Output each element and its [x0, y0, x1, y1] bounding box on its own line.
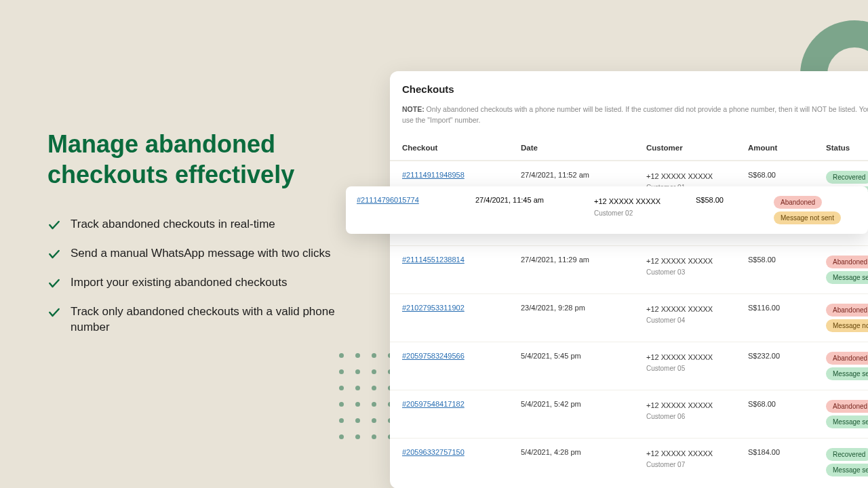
checkout-id-link[interactable]: #21114911948958: [402, 171, 465, 179]
col-checkout: Checkout: [402, 144, 521, 152]
checkout-id-link[interactable]: #21027953311902: [402, 304, 465, 312]
row-amount: S$232.00: [748, 352, 826, 360]
checkout-id-link[interactable]: #21114551238814: [402, 256, 465, 264]
table-row[interactable]: #2102795331190223/4/2021, 9:28 pm+12 XXX…: [390, 293, 868, 342]
table-row[interactable]: #205975832495665/4/2021, 5:45 pm+12 XXXX…: [390, 342, 868, 390]
row-date: 5/4/2021, 4:28 pm: [521, 448, 646, 456]
row-amount: S$58.00: [748, 256, 826, 264]
hero-bullet-text: Track only abandoned checkouts with a va…: [71, 304, 339, 336]
row-customer: +12 XXXXX XXXXXCustomer 06: [646, 400, 748, 422]
check-icon: [47, 218, 61, 232]
status-badge: Message not sent: [774, 211, 841, 224]
checkout-id-link[interactable]: #20597548417182: [402, 400, 465, 408]
hero-bullet: Track only abandoned checkouts with a va…: [47, 304, 339, 336]
row-date: 5/4/2021, 5:45 pm: [521, 352, 646, 360]
hero: Manage abandoned checkouts effectively T…: [47, 129, 339, 349]
status-badge: Abandoned: [826, 304, 868, 317]
status-badge: Message sent: [826, 271, 868, 284]
hero-bullet-text: Track abandoned checkouts in real-time: [71, 217, 275, 232]
col-customer: Customer: [646, 144, 748, 152]
hero-bullet: Import your existing abandoned checkouts: [47, 275, 339, 291]
checkout-id-link[interactable]: #20596332757150: [402, 448, 465, 456]
hero-bullet: Track abandoned checkouts in real-time: [47, 217, 339, 232]
panel-note: NOTE: Only abandoned checkouts with a ph…: [402, 104, 868, 126]
table-row-highlighted[interactable]: #2111479601577427/4/2021, 11:45 am+12 XX…: [346, 186, 868, 234]
hero-bullet: Send a manual WhatsApp message with two …: [47, 246, 339, 262]
check-icon: [47, 306, 61, 319]
hero-bullet-text: Import your existing abandoned checkouts: [71, 275, 287, 291]
page-title: Manage abandoned checkouts effectively: [47, 129, 339, 190]
status-badge: Abandoned: [826, 400, 868, 413]
table-row[interactable]: #2111455123881427/4/2021, 11:29 am+12 XX…: [390, 245, 868, 293]
row-amount: S$68.00: [748, 400, 826, 408]
row-amount: S$58.00: [696, 196, 774, 204]
col-status: Status: [826, 144, 868, 152]
check-icon: [47, 247, 61, 261]
row-amount: S$68.00: [748, 171, 826, 179]
table-header: Checkout Date Customer Amount Status: [390, 136, 868, 161]
row-date: 23/4/2021, 9:28 pm: [521, 304, 646, 312]
row-date: 27/4/2021, 11:29 am: [521, 256, 646, 264]
col-amount: Amount: [748, 144, 826, 152]
status-badge: Message sent: [826, 367, 868, 380]
row-customer: +12 XXXXX XXXXXCustomer 04: [646, 304, 748, 326]
status-badge: Message not sent: [826, 319, 868, 332]
row-date: 5/4/2021, 5:42 pm: [521, 400, 646, 408]
status-badge: Abandoned: [826, 352, 868, 365]
panel-note-text: Only abandoned checkouts with a phone nu…: [402, 105, 868, 124]
status-badge: Message sent: [826, 464, 868, 476]
hero-bullets: Track abandoned checkouts in real-timeSe…: [47, 217, 339, 336]
panel-note-label: NOTE:: [402, 105, 425, 113]
checkout-id-link[interactable]: #20597583249566: [402, 352, 465, 360]
row-customer: +12 XXXXX XXXXXCustomer 05: [646, 352, 748, 374]
table-row[interactable]: #205963327571505/4/2021, 4:28 pm+12 XXXX…: [390, 438, 868, 486]
table-row[interactable]: #205975484171825/4/2021, 5:42 pm+12 XXXX…: [390, 390, 868, 438]
col-date: Date: [521, 144, 646, 152]
status-badge: Message sent: [826, 415, 868, 428]
status-badge: Abandoned: [774, 196, 822, 209]
hero-bullet-text: Send a manual WhatsApp message with two …: [71, 246, 331, 262]
status-badge: Abandoned: [826, 256, 868, 268]
checkouts-panel: Checkouts NOTE: Only abandoned checkouts…: [390, 71, 868, 488]
status-badge: Recovered: [826, 171, 868, 184]
row-customer: +12 XXXXX XXXXXCustomer 07: [646, 448, 748, 470]
check-icon: [47, 277, 61, 290]
row-amount: S$116.00: [748, 304, 826, 312]
status-badge: Recovered: [826, 448, 868, 461]
row-customer: +12 XXXXX XXXXXCustomer 03: [646, 256, 748, 278]
checkout-id-link[interactable]: #21114796015774: [357, 196, 419, 204]
row-amount: S$184.00: [748, 448, 826, 456]
panel-title: Checkouts: [402, 83, 868, 95]
row-date: 27/4/2021, 11:52 am: [521, 171, 646, 179]
row-customer: +12 XXXXX XXXXXCustomer 02: [594, 196, 696, 218]
row-date: 27/4/2021, 11:45 am: [475, 196, 594, 204]
